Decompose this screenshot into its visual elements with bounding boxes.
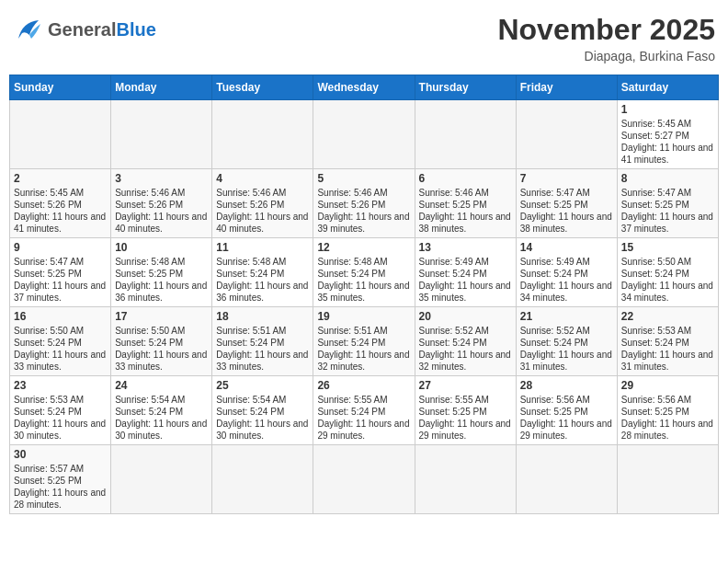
day-number: 7 bbox=[520, 172, 613, 185]
day-number: 20 bbox=[419, 310, 512, 323]
table-row bbox=[313, 100, 415, 169]
table-row bbox=[313, 445, 415, 514]
day-info: Sunrise: 5:45 AM Sunset: 5:26 PM Dayligh… bbox=[14, 187, 107, 235]
table-row: 22Sunrise: 5:53 AM Sunset: 5:24 PM Dayli… bbox=[617, 307, 718, 376]
table-row: 21Sunrise: 5:52 AM Sunset: 5:24 PM Dayli… bbox=[516, 307, 617, 376]
day-info: Sunrise: 5:51 AM Sunset: 5:24 PM Dayligh… bbox=[317, 325, 410, 373]
day-number: 30 bbox=[14, 448, 107, 461]
day-number: 9 bbox=[14, 241, 107, 254]
day-info: Sunrise: 5:56 AM Sunset: 5:25 PM Dayligh… bbox=[621, 394, 714, 442]
table-row: 11Sunrise: 5:48 AM Sunset: 5:24 PM Dayli… bbox=[212, 238, 313, 307]
logo-area: GeneralBlue bbox=[13, 13, 156, 46]
day-number: 15 bbox=[621, 241, 714, 254]
header-sunday: Sunday bbox=[10, 75, 111, 100]
day-info: Sunrise: 5:46 AM Sunset: 5:26 PM Dayligh… bbox=[115, 187, 208, 235]
header-monday: Monday bbox=[111, 75, 212, 100]
table-row: 18Sunrise: 5:51 AM Sunset: 5:24 PM Dayli… bbox=[212, 307, 313, 376]
table-row: 14Sunrise: 5:49 AM Sunset: 5:24 PM Dayli… bbox=[516, 238, 617, 307]
day-number: 29 bbox=[621, 379, 714, 392]
day-number: 8 bbox=[621, 172, 714, 185]
calendar-week-row: 23Sunrise: 5:53 AM Sunset: 5:24 PM Dayli… bbox=[10, 376, 719, 445]
day-number: 24 bbox=[115, 379, 208, 392]
day-number: 5 bbox=[317, 172, 410, 185]
table-row: 9Sunrise: 5:47 AM Sunset: 5:25 PM Daylig… bbox=[10, 238, 111, 307]
table-row: 4Sunrise: 5:46 AM Sunset: 5:26 PM Daylig… bbox=[212, 169, 313, 238]
table-row bbox=[111, 445, 212, 514]
day-number: 16 bbox=[14, 310, 107, 323]
table-row: 16Sunrise: 5:50 AM Sunset: 5:24 PM Dayli… bbox=[10, 307, 111, 376]
day-info: Sunrise: 5:47 AM Sunset: 5:25 PM Dayligh… bbox=[520, 187, 613, 235]
table-row: 13Sunrise: 5:49 AM Sunset: 5:24 PM Dayli… bbox=[415, 238, 516, 307]
header-thursday: Thursday bbox=[415, 75, 516, 100]
table-row: 6Sunrise: 5:46 AM Sunset: 5:25 PM Daylig… bbox=[415, 169, 516, 238]
page: GeneralBlue November 2025 Diapaga, Burki… bbox=[0, 0, 728, 523]
day-info: Sunrise: 5:50 AM Sunset: 5:24 PM Dayligh… bbox=[621, 256, 714, 304]
day-info: Sunrise: 5:52 AM Sunset: 5:24 PM Dayligh… bbox=[419, 325, 512, 373]
table-row: 5Sunrise: 5:46 AM Sunset: 5:26 PM Daylig… bbox=[313, 169, 415, 238]
calendar-week-row: 16Sunrise: 5:50 AM Sunset: 5:24 PM Dayli… bbox=[10, 307, 719, 376]
calendar-body: 1Sunrise: 5:45 AM Sunset: 5:27 PM Daylig… bbox=[10, 100, 719, 514]
table-row: 15Sunrise: 5:50 AM Sunset: 5:24 PM Dayli… bbox=[617, 238, 718, 307]
day-number: 2 bbox=[14, 172, 107, 185]
day-number: 26 bbox=[317, 379, 410, 392]
day-number: 4 bbox=[216, 172, 309, 185]
table-row bbox=[111, 100, 212, 169]
logo-text: GeneralBlue bbox=[48, 20, 156, 39]
day-number: 13 bbox=[419, 241, 512, 254]
calendar-week-row: 2Sunrise: 5:45 AM Sunset: 5:26 PM Daylig… bbox=[10, 169, 719, 238]
logo-wrapper: GeneralBlue bbox=[13, 13, 156, 46]
table-row bbox=[415, 445, 516, 514]
table-row: 28Sunrise: 5:56 AM Sunset: 5:25 PM Dayli… bbox=[516, 376, 617, 445]
day-number: 11 bbox=[216, 241, 309, 254]
calendar-week-row: 30Sunrise: 5:57 AM Sunset: 5:25 PM Dayli… bbox=[10, 445, 719, 514]
day-info: Sunrise: 5:46 AM Sunset: 5:26 PM Dayligh… bbox=[317, 187, 410, 235]
table-row bbox=[10, 100, 111, 169]
table-row bbox=[212, 100, 313, 169]
calendar-table: Sunday Monday Tuesday Wednesday Thursday… bbox=[9, 75, 719, 514]
table-row: 24Sunrise: 5:54 AM Sunset: 5:24 PM Dayli… bbox=[111, 376, 212, 445]
logo-bird-icon bbox=[13, 13, 46, 46]
day-info: Sunrise: 5:54 AM Sunset: 5:24 PM Dayligh… bbox=[216, 394, 309, 442]
day-info: Sunrise: 5:48 AM Sunset: 5:25 PM Dayligh… bbox=[115, 256, 208, 304]
table-row: 29Sunrise: 5:56 AM Sunset: 5:25 PM Dayli… bbox=[617, 376, 718, 445]
day-number: 3 bbox=[115, 172, 208, 185]
day-info: Sunrise: 5:47 AM Sunset: 5:25 PM Dayligh… bbox=[621, 187, 714, 235]
day-info: Sunrise: 5:46 AM Sunset: 5:26 PM Dayligh… bbox=[216, 187, 309, 235]
calendar-week-row: 1Sunrise: 5:45 AM Sunset: 5:27 PM Daylig… bbox=[10, 100, 719, 169]
table-row bbox=[617, 445, 718, 514]
table-row: 20Sunrise: 5:52 AM Sunset: 5:24 PM Dayli… bbox=[415, 307, 516, 376]
day-info: Sunrise: 5:52 AM Sunset: 5:24 PM Dayligh… bbox=[520, 325, 613, 373]
header-tuesday: Tuesday bbox=[212, 75, 313, 100]
table-row: 3Sunrise: 5:46 AM Sunset: 5:26 PM Daylig… bbox=[111, 169, 212, 238]
day-info: Sunrise: 5:45 AM Sunset: 5:27 PM Dayligh… bbox=[621, 118, 714, 166]
day-number: 27 bbox=[419, 379, 512, 392]
table-row: 27Sunrise: 5:55 AM Sunset: 5:25 PM Dayli… bbox=[415, 376, 516, 445]
table-row: 8Sunrise: 5:47 AM Sunset: 5:25 PM Daylig… bbox=[617, 169, 718, 238]
weekday-header-row: Sunday Monday Tuesday Wednesday Thursday… bbox=[10, 75, 719, 100]
day-number: 19 bbox=[317, 310, 410, 323]
day-number: 23 bbox=[14, 379, 107, 392]
month-title: November 2025 bbox=[497, 13, 715, 47]
day-info: Sunrise: 5:46 AM Sunset: 5:25 PM Dayligh… bbox=[419, 187, 512, 235]
day-number: 12 bbox=[317, 241, 410, 254]
table-row: 25Sunrise: 5:54 AM Sunset: 5:24 PM Dayli… bbox=[212, 376, 313, 445]
table-row: 7Sunrise: 5:47 AM Sunset: 5:25 PM Daylig… bbox=[516, 169, 617, 238]
table-row: 17Sunrise: 5:50 AM Sunset: 5:24 PM Dayli… bbox=[111, 307, 212, 376]
header-friday: Friday bbox=[516, 75, 617, 100]
calendar-week-row: 9Sunrise: 5:47 AM Sunset: 5:25 PM Daylig… bbox=[10, 238, 719, 307]
day-number: 21 bbox=[520, 310, 613, 323]
table-row: 19Sunrise: 5:51 AM Sunset: 5:24 PM Dayli… bbox=[313, 307, 415, 376]
day-info: Sunrise: 5:56 AM Sunset: 5:25 PM Dayligh… bbox=[520, 394, 613, 442]
day-number: 6 bbox=[419, 172, 512, 185]
table-row bbox=[415, 100, 516, 169]
table-row: 10Sunrise: 5:48 AM Sunset: 5:25 PM Dayli… bbox=[111, 238, 212, 307]
day-number: 25 bbox=[216, 379, 309, 392]
table-row: 1Sunrise: 5:45 AM Sunset: 5:27 PM Daylig… bbox=[617, 100, 718, 169]
day-info: Sunrise: 5:54 AM Sunset: 5:24 PM Dayligh… bbox=[115, 394, 208, 442]
day-info: Sunrise: 5:48 AM Sunset: 5:24 PM Dayligh… bbox=[317, 256, 410, 304]
logo-blue: Blue bbox=[116, 19, 155, 40]
table-row: 26Sunrise: 5:55 AM Sunset: 5:24 PM Dayli… bbox=[313, 376, 415, 445]
table-row bbox=[516, 445, 617, 514]
table-row: 2Sunrise: 5:45 AM Sunset: 5:26 PM Daylig… bbox=[10, 169, 111, 238]
day-number: 1 bbox=[621, 103, 714, 116]
